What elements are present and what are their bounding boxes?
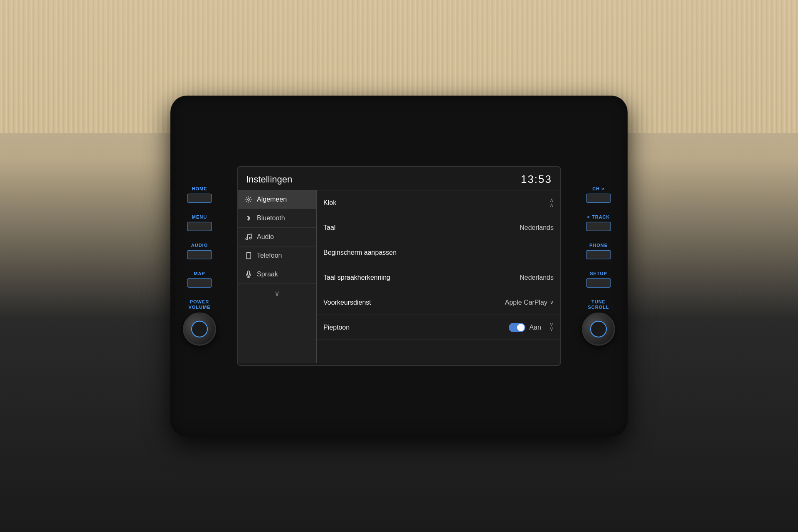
sidebar-item-algemeen[interactable]: Algemeen	[238, 190, 316, 209]
right-button-panel: CH > < TRACK PHONE SETUP TUNESCROLL	[582, 186, 615, 346]
pieptoon-value: Aan	[530, 324, 541, 331]
gear-icon	[244, 195, 253, 204]
dropdown-chevron-icon: ∨	[550, 300, 554, 305]
beginscherm-row[interactable]: Beginscherm aanpassen	[317, 240, 560, 265]
home-label: HOME	[192, 186, 207, 191]
chevron-down-icon: ∨	[274, 289, 280, 298]
voorkeursdienst-row[interactable]: Voorkeursdienst Apple CarPlay ∨	[317, 290, 560, 315]
klok-label: Klok	[323, 199, 336, 207]
tune-knob[interactable]	[582, 313, 615, 346]
voorkeursdienst-label: Voorkeursdienst	[323, 299, 371, 306]
music-icon	[244, 233, 253, 241]
klok-row[interactable]: Klok ∧ ∧	[317, 190, 560, 215]
phone-icon	[244, 251, 253, 260]
screen-title: Instellingen	[246, 174, 292, 185]
pieptoon-toggle[interactable]	[509, 323, 525, 332]
tune-knob-inner	[590, 321, 607, 337]
sidebar-item-audio[interactable]: Audio	[238, 228, 316, 246]
pieptoon-row[interactable]: Pieptoon Aan ∧ ∧	[317, 315, 560, 340]
screen-body: Algemeen Bluetooth	[238, 190, 560, 363]
tune-scroll-group: TUNESCROLL	[582, 299, 615, 346]
phone-button-label: PHONE	[589, 243, 608, 248]
power-volume-label: POWERVOLUME	[188, 299, 210, 310]
sidebar-item-spraak[interactable]: Spraak	[238, 265, 316, 284]
map-button-group: MAP	[187, 271, 212, 288]
svg-point-1	[246, 238, 248, 240]
map-label: MAP	[194, 271, 205, 276]
taal-value: Nederlands	[520, 224, 554, 232]
volume-knob-inner	[191, 321, 208, 337]
scroll-up-icon[interactable]: ∧ ∧	[549, 198, 554, 207]
settings-sidebar: Algemeen Bluetooth	[238, 190, 317, 363]
menu-button-group: MENU	[187, 214, 212, 231]
taal-label: Taal	[323, 224, 335, 232]
power-volume-group: POWERVOLUME	[183, 299, 216, 346]
ch-next-button[interactable]	[586, 194, 611, 203]
taal-spraak-label: Taal spraakherkenning	[323, 274, 390, 281]
car-infotainment-unit: HOME MENU AUDIO MAP POWERVOLUME In	[170, 96, 628, 436]
volume-knob[interactable]	[183, 313, 216, 346]
setup-button[interactable]	[586, 278, 611, 288]
sidebar-label-telefoon: Telefoon	[257, 252, 282, 259]
pieptoon-toggle-container: Aan ∧ ∧	[509, 323, 554, 332]
pieptoon-label: Pieptoon	[323, 324, 350, 331]
screen-time: 13:53	[521, 173, 552, 186]
tune-knob-container	[582, 313, 615, 346]
ch-next-label: CH >	[592, 186, 604, 191]
left-button-panel: HOME MENU AUDIO MAP POWERVOLUME	[183, 186, 216, 346]
voorkeursdienst-value: Apple CarPlay ∨	[505, 299, 554, 306]
setup-button-group: SETUP	[586, 271, 611, 288]
bluetooth-icon	[244, 214, 253, 222]
beginscherm-label: Beginscherm aanpassen	[323, 249, 397, 256]
scroll-down-icon[interactable]: ∧ ∧	[549, 323, 554, 332]
sidebar-more-button[interactable]: ∨	[238, 284, 316, 303]
home-button[interactable]	[187, 194, 212, 203]
track-prev-button[interactable]	[586, 222, 611, 231]
phone-button-group: PHONE	[586, 243, 611, 259]
sidebar-label-audio: Audio	[257, 233, 274, 241]
sidebar-label-spraak: Spraak	[257, 271, 278, 278]
taal-row[interactable]: Taal Nederlands	[317, 215, 560, 240]
screen-header: Instellingen 13:53	[238, 167, 560, 190]
menu-label: MENU	[192, 214, 207, 219]
svg-point-0	[248, 199, 250, 201]
volume-knob-container	[183, 313, 216, 346]
sidebar-label-algemeen: Algemeen	[257, 196, 287, 203]
sidebar-item-bluetooth[interactable]: Bluetooth	[238, 209, 316, 228]
taal-spraak-value: Nederlands	[520, 274, 554, 281]
track-prev-button-group: < TRACK	[586, 214, 611, 231]
setup-label: SETUP	[590, 271, 607, 276]
audio-button[interactable]	[187, 250, 212, 259]
phone-button[interactable]	[586, 250, 611, 259]
svg-rect-3	[246, 253, 251, 259]
sidebar-item-telefoon[interactable]: Telefoon	[238, 246, 316, 265]
menu-button[interactable]	[187, 222, 212, 231]
infotainment-screen: Instellingen 13:53 Algemeen	[237, 166, 561, 366]
sidebar-label-bluetooth: Bluetooth	[257, 214, 285, 222]
audio-label: AUDIO	[191, 243, 208, 248]
tune-scroll-label: TUNESCROLL	[588, 299, 609, 310]
track-prev-label: < TRACK	[587, 214, 610, 219]
taal-spraak-row[interactable]: Taal spraakherkenning Nederlands	[317, 265, 560, 290]
audio-button-group: AUDIO	[187, 243, 212, 259]
voice-icon	[244, 270, 253, 278]
svg-point-2	[249, 237, 251, 239]
settings-content: Klok ∧ ∧ Taal Nederlands Beginscherm aan…	[317, 190, 560, 363]
ch-next-button-group: CH >	[586, 186, 611, 203]
toggle-knob	[517, 324, 525, 331]
map-button[interactable]	[187, 278, 212, 288]
home-button-group: HOME	[187, 186, 212, 203]
